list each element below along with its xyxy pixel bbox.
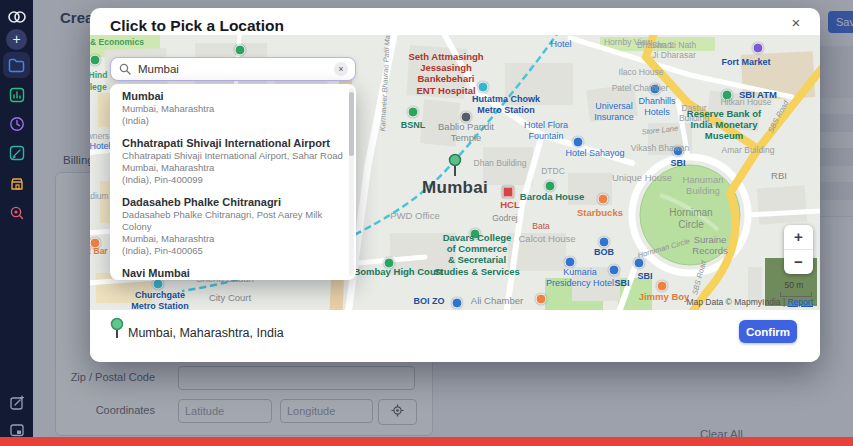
- search-icon: [119, 63, 131, 75]
- chart-icon: [9, 87, 25, 103]
- map-poi-green-icon: [470, 229, 481, 240]
- bottom-alert-bar: [0, 437, 853, 446]
- map-poi-red-icon: [503, 187, 514, 198]
- result-subtitle: Dadasaheb Phalke Chitranagri, Post Aarey…: [122, 209, 344, 221]
- attribution-text: Map Data © MapmyIndia |: [686, 297, 785, 307]
- map-poi-green-icon: [235, 45, 246, 56]
- map-poi-blue-icon: [609, 265, 620, 276]
- modal-footer: Mumbai, Maharashtra, India Confirm: [90, 310, 820, 362]
- map-poi-dark-icon: [461, 112, 472, 123]
- map-poi-green-icon: [90, 55, 101, 66]
- result-subtitle: Mumbai, Maharashtra: [122, 103, 344, 115]
- result-subtitle: (India), Pin-400099: [122, 174, 344, 186]
- app-sidebar: +: [0, 0, 33, 446]
- pick-location-modal: Click to Pick a Location ×: [90, 8, 820, 362]
- selected-location-text: Mumbai, Maharashtra, India: [128, 326, 284, 340]
- map-scale-label: 50 m: [778, 280, 810, 290]
- zoho-logo-icon: [0, 6, 33, 28]
- clear-search-icon[interactable]: ×: [334, 62, 348, 76]
- map-poi-green-icon: [545, 181, 556, 192]
- folder-icon: [8, 58, 25, 73]
- modal-title: Click to Pick a Location: [110, 17, 284, 35]
- search-result[interactable]: Dadasaheb Phalke ChitranagriDadasaheb Ph…: [110, 190, 356, 261]
- zoom-out-button[interactable]: −: [784, 249, 813, 274]
- plus-icon: +: [6, 29, 27, 50]
- compose-icon: [9, 395, 25, 411]
- search-input[interactable]: [136, 62, 334, 76]
- window-icon: [9, 422, 25, 438]
- storefront-icon: [9, 176, 25, 192]
- result-title: Mumbai: [122, 90, 344, 103]
- zoom-in-button[interactable]: +: [784, 225, 813, 249]
- map-poi-green-icon: [384, 258, 395, 269]
- sidebar-item-activity[interactable]: [0, 114, 33, 134]
- map-poi-green-icon: [408, 107, 419, 118]
- map-poi-blue-icon: [634, 258, 645, 269]
- result-subtitle: (India), Pin-400065: [122, 245, 344, 257]
- map-poi-orange-icon: [536, 294, 547, 305]
- sidebar-item-compose[interactable]: [0, 393, 33, 413]
- map-marker-pin: [450, 155, 461, 177]
- result-subtitle: Mumbai, Maharashtra: [122, 162, 344, 174]
- sidebar-item-files[interactable]: [0, 55, 33, 75]
- map-zoom-controls: + −: [784, 225, 813, 274]
- search-insights-icon: [9, 205, 25, 221]
- result-subtitle: Mumbai, Maharashtra: [122, 233, 344, 245]
- search-result[interactable]: Chhatrapati Shivaji International Airpor…: [110, 131, 356, 190]
- sidebar-item-store[interactable]: [0, 174, 33, 194]
- map-poi-blue-icon: [565, 257, 576, 268]
- pen-icon: [9, 145, 25, 161]
- search-result[interactable]: MumbaiMumbai, Maharashtra(India): [110, 84, 356, 131]
- sidebar-item-analytics[interactable]: [0, 85, 33, 105]
- map-poi-purple-icon: [753, 43, 764, 54]
- result-subtitle: Colony: [122, 221, 344, 233]
- close-icon[interactable]: ×: [786, 13, 806, 33]
- map-attribution: Map Data © MapmyIndia | Report: [686, 297, 813, 307]
- search-result[interactable]: Navi MumbaiNavi Mumbai, Maharashtra(Indi…: [110, 261, 356, 280]
- map-poi-orange-icon: [657, 281, 668, 292]
- result-title: Chhatrapati Shivaji International Airpor…: [122, 137, 344, 150]
- map-poi-green-icon: [722, 90, 733, 101]
- location-pin-icon: [110, 317, 124, 345]
- map-poi-cyan-icon: [153, 279, 164, 290]
- clock-icon: [9, 116, 25, 132]
- map-poi-blue-icon: [673, 146, 684, 157]
- map-poi-orange-icon: [598, 194, 609, 205]
- map-poi-blue-icon: [573, 137, 584, 148]
- dropdown-scrollbar-thumb[interactable]: [349, 92, 354, 156]
- map-poi-blue-icon: [599, 237, 610, 248]
- map-poi-orange-icon: [90, 238, 101, 249]
- map-poi-blue-icon: [452, 298, 463, 309]
- sidebar-item-insights[interactable]: [0, 203, 33, 223]
- report-link[interactable]: Report: [787, 297, 813, 307]
- result-title: Dadasaheb Phalke Chitranagri: [122, 196, 344, 209]
- location-search-box[interactable]: ×: [110, 57, 356, 81]
- add-button[interactable]: +: [0, 28, 33, 50]
- confirm-button[interactable]: Confirm: [739, 320, 797, 343]
- result-subtitle: (India): [122, 115, 344, 127]
- map-poi-blue-icon: [650, 84, 661, 95]
- map-poi-cyan-icon: [478, 82, 489, 93]
- result-subtitle: Chhatrapati Shivaji International Airpor…: [122, 150, 344, 162]
- search-results-dropdown: MumbaiMumbai, Maharashtra(India)Chhatrap…: [110, 84, 356, 280]
- sidebar-item-design[interactable]: [0, 143, 33, 163]
- result-title: Navi Mumbai: [122, 267, 344, 280]
